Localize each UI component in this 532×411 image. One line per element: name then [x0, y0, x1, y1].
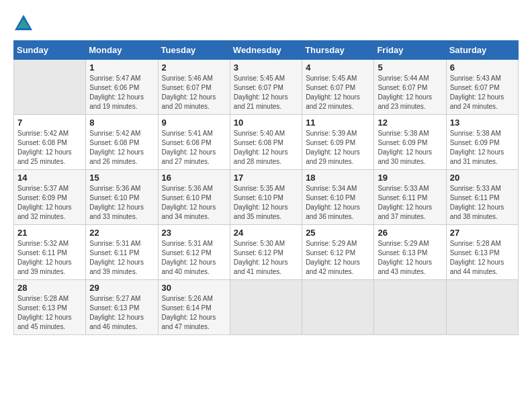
day-number: 25	[306, 228, 370, 238]
day-info: Sunrise: 5:29 AMSunset: 6:13 PMDaylight:…	[378, 239, 442, 277]
day-info: Sunrise: 5:45 AMSunset: 6:07 PMDaylight:…	[234, 74, 298, 111]
calendar-week-row: 21Sunrise: 5:32 AMSunset: 6:11 PMDayligh…	[14, 225, 519, 280]
calendar-day-cell: 10Sunrise: 5:40 AMSunset: 6:08 PMDayligh…	[230, 115, 302, 170]
day-number: 19	[378, 173, 442, 183]
page-header	[13, 13, 519, 34]
calendar-week-row: 14Sunrise: 5:37 AMSunset: 6:09 PMDayligh…	[14, 170, 519, 225]
day-info: Sunrise: 5:29 AMSunset: 6:12 PMDaylight:…	[306, 239, 370, 277]
calendar-day-cell: 25Sunrise: 5:29 AMSunset: 6:12 PMDayligh…	[302, 225, 374, 280]
calendar-day-cell	[14, 60, 86, 115]
day-info: Sunrise: 5:39 AMSunset: 6:09 PMDaylight:…	[306, 129, 370, 167]
day-info: Sunrise: 5:47 AMSunset: 6:06 PMDaylight:…	[89, 74, 154, 111]
calendar-day-cell: 16Sunrise: 5:36 AMSunset: 6:10 PMDayligh…	[158, 170, 230, 225]
day-number: 2	[162, 62, 226, 73]
day-info: Sunrise: 5:31 AMSunset: 6:12 PMDaylight:…	[162, 239, 226, 277]
calendar-day-cell: 11Sunrise: 5:39 AMSunset: 6:09 PMDayligh…	[302, 115, 374, 170]
day-info: Sunrise: 5:34 AMSunset: 6:10 PMDaylight:…	[306, 184, 370, 222]
calendar-day-cell: 19Sunrise: 5:33 AMSunset: 6:11 PMDayligh…	[374, 170, 446, 225]
day-info: Sunrise: 5:33 AMSunset: 6:11 PMDaylight:…	[378, 184, 442, 222]
day-of-week-header: Monday	[86, 41, 158, 60]
day-info: Sunrise: 5:44 AMSunset: 6:07 PMDaylight:…	[378, 74, 442, 111]
day-number: 1	[89, 62, 154, 73]
logo	[13, 13, 36, 34]
day-number: 13	[450, 118, 515, 128]
day-info: Sunrise: 5:38 AMSunset: 6:09 PMDaylight:…	[450, 129, 515, 167]
day-number: 29	[89, 283, 154, 293]
day-info: Sunrise: 5:37 AMSunset: 6:09 PMDaylight:…	[17, 184, 82, 222]
day-number: 26	[378, 228, 442, 238]
day-of-week-header: Saturday	[446, 41, 518, 60]
calendar-day-cell: 2Sunrise: 5:46 AMSunset: 6:07 PMDaylight…	[158, 60, 230, 115]
day-number: 8	[89, 118, 154, 128]
day-number: 23	[162, 228, 226, 238]
calendar-day-cell	[302, 280, 374, 335]
day-number: 22	[89, 228, 154, 238]
calendar-day-cell: 3Sunrise: 5:45 AMSunset: 6:07 PMDaylight…	[230, 60, 302, 115]
day-number: 18	[306, 173, 370, 183]
day-info: Sunrise: 5:35 AMSunset: 6:10 PMDaylight:…	[234, 184, 298, 222]
day-info: Sunrise: 5:38 AMSunset: 6:09 PMDaylight:…	[378, 129, 442, 167]
day-number: 15	[89, 173, 154, 183]
day-info: Sunrise: 5:46 AMSunset: 6:07 PMDaylight:…	[162, 74, 226, 111]
day-info: Sunrise: 5:42 AMSunset: 6:08 PMDaylight:…	[89, 129, 154, 167]
calendar-week-row: 7Sunrise: 5:42 AMSunset: 6:08 PMDaylight…	[14, 115, 519, 170]
day-info: Sunrise: 5:40 AMSunset: 6:08 PMDaylight:…	[234, 129, 298, 167]
calendar-day-cell: 30Sunrise: 5:26 AMSunset: 6:14 PMDayligh…	[158, 280, 230, 335]
calendar-day-cell: 9Sunrise: 5:41 AMSunset: 6:08 PMDaylight…	[158, 115, 230, 170]
calendar-day-cell: 17Sunrise: 5:35 AMSunset: 6:10 PMDayligh…	[230, 170, 302, 225]
calendar-week-row: 1Sunrise: 5:47 AMSunset: 6:06 PMDaylight…	[14, 60, 519, 115]
day-info: Sunrise: 5:43 AMSunset: 6:07 PMDaylight:…	[450, 74, 515, 111]
calendar-day-cell	[374, 280, 446, 335]
day-number: 5	[378, 62, 442, 73]
day-number: 10	[234, 118, 298, 128]
day-number: 14	[17, 173, 82, 183]
day-of-week-header: Friday	[374, 41, 446, 60]
day-number: 6	[450, 62, 515, 73]
calendar-day-cell: 8Sunrise: 5:42 AMSunset: 6:08 PMDaylight…	[86, 115, 158, 170]
day-info: Sunrise: 5:32 AMSunset: 6:11 PMDaylight:…	[17, 239, 82, 277]
day-info: Sunrise: 5:42 AMSunset: 6:08 PMDaylight:…	[17, 129, 82, 167]
day-number: 3	[234, 62, 298, 73]
calendar-day-cell: 6Sunrise: 5:43 AMSunset: 6:07 PMDaylight…	[446, 60, 518, 115]
calendar-week-row: 28Sunrise: 5:28 AMSunset: 6:13 PMDayligh…	[14, 280, 519, 335]
day-number: 12	[378, 118, 442, 128]
day-number: 24	[234, 228, 298, 238]
calendar-day-cell: 4Sunrise: 5:45 AMSunset: 6:07 PMDaylight…	[302, 60, 374, 115]
day-info: Sunrise: 5:30 AMSunset: 6:12 PMDaylight:…	[234, 239, 298, 277]
calendar-day-cell	[230, 280, 302, 335]
day-number: 27	[450, 228, 515, 238]
day-info: Sunrise: 5:36 AMSunset: 6:10 PMDaylight:…	[89, 184, 154, 222]
day-info: Sunrise: 5:28 AMSunset: 6:13 PMDaylight:…	[450, 239, 515, 277]
calendar-day-cell: 1Sunrise: 5:47 AMSunset: 6:06 PMDaylight…	[86, 60, 158, 115]
day-number: 9	[162, 118, 226, 128]
calendar-table: SundayMondayTuesdayWednesdayThursdayFrid…	[13, 40, 519, 335]
day-info: Sunrise: 5:33 AMSunset: 6:11 PMDaylight:…	[450, 184, 515, 222]
day-info: Sunrise: 5:45 AMSunset: 6:07 PMDaylight:…	[306, 74, 370, 111]
calendar-day-cell: 29Sunrise: 5:27 AMSunset: 6:13 PMDayligh…	[86, 280, 158, 335]
logo-icon	[13, 13, 34, 34]
day-number: 20	[450, 173, 515, 183]
calendar-day-cell: 24Sunrise: 5:30 AMSunset: 6:12 PMDayligh…	[230, 225, 302, 280]
header-row: SundayMondayTuesdayWednesdayThursdayFrid…	[14, 41, 519, 60]
calendar-day-cell	[446, 280, 518, 335]
day-number: 16	[162, 173, 226, 183]
day-number: 17	[234, 173, 298, 183]
day-of-week-header: Wednesday	[230, 41, 302, 60]
calendar-day-cell: 26Sunrise: 5:29 AMSunset: 6:13 PMDayligh…	[374, 225, 446, 280]
calendar-day-cell: 28Sunrise: 5:28 AMSunset: 6:13 PMDayligh…	[14, 280, 86, 335]
day-info: Sunrise: 5:27 AMSunset: 6:13 PMDaylight:…	[89, 294, 154, 332]
day-of-week-header: Thursday	[302, 41, 374, 60]
calendar-day-cell: 7Sunrise: 5:42 AMSunset: 6:08 PMDaylight…	[14, 115, 86, 170]
day-number: 30	[162, 283, 226, 293]
calendar-body: 1Sunrise: 5:47 AMSunset: 6:06 PMDaylight…	[14, 60, 519, 335]
day-info: Sunrise: 5:26 AMSunset: 6:14 PMDaylight:…	[162, 294, 226, 332]
calendar-day-cell: 12Sunrise: 5:38 AMSunset: 6:09 PMDayligh…	[374, 115, 446, 170]
day-number: 7	[17, 118, 82, 128]
calendar-day-cell: 23Sunrise: 5:31 AMSunset: 6:12 PMDayligh…	[158, 225, 230, 280]
day-info: Sunrise: 5:36 AMSunset: 6:10 PMDaylight:…	[162, 184, 226, 222]
day-number: 21	[17, 228, 82, 238]
calendar-day-cell: 13Sunrise: 5:38 AMSunset: 6:09 PMDayligh…	[446, 115, 518, 170]
day-info: Sunrise: 5:31 AMSunset: 6:11 PMDaylight:…	[89, 239, 154, 277]
day-number: 4	[306, 62, 370, 73]
calendar-day-cell: 27Sunrise: 5:28 AMSunset: 6:13 PMDayligh…	[446, 225, 518, 280]
